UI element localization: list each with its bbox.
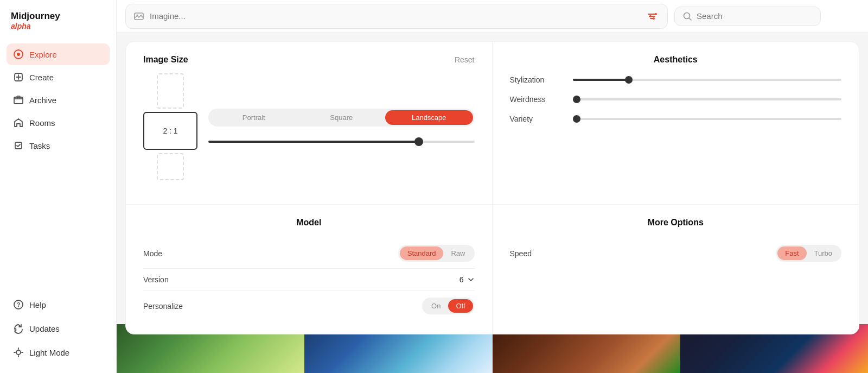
- size-visual: 2 : 1 Portrait Square Landscape: [143, 73, 475, 180]
- portrait-preview: [157, 73, 184, 109]
- personalize-toggle: On Off: [422, 298, 474, 314]
- imagine-icon: [133, 11, 144, 22]
- personalize-off-btn[interactable]: Off: [448, 299, 473, 313]
- help-icon: ?: [13, 299, 24, 310]
- mode-toggle: Standard Raw: [398, 245, 475, 262]
- reset-button[interactable]: Reset: [455, 55, 475, 64]
- app-name: Midjourney: [11, 11, 105, 22]
- explore-label: Explore: [29, 50, 57, 59]
- sidebar-bottom: ? Help Updates: [7, 294, 110, 364]
- logo: Midjourney alpha: [7, 9, 110, 33]
- search-input[interactable]: [697, 11, 813, 21]
- stylization-slider[interactable]: [573, 79, 842, 81]
- sidebar-item-create[interactable]: Create: [7, 66, 110, 88]
- svg-point-24: [684, 12, 690, 18]
- variety-slider[interactable]: [573, 118, 842, 120]
- size-slider[interactable]: [208, 141, 475, 143]
- sidebar-item-archive[interactable]: Archive: [7, 89, 110, 111]
- mode-row: Mode Standard Raw: [143, 238, 475, 269]
- model-section: Model Mode Standard Raw Version 6: [126, 205, 493, 334]
- turbo-speed-btn[interactable]: Turbo: [807, 246, 840, 260]
- archive-icon: [13, 94, 24, 105]
- raw-mode-btn[interactable]: Raw: [443, 246, 473, 260]
- speed-toggle: Fast Turbo: [776, 245, 841, 262]
- aesthetics-weirdness-row: Weirdness: [510, 95, 842, 104]
- landscape-tab[interactable]: Landscape: [385, 110, 473, 125]
- help-label: Help: [29, 300, 46, 309]
- sidebar-item-explore[interactable]: Explore: [7, 43, 110, 65]
- svg-point-21: [655, 13, 657, 15]
- settings-panel: Image Size Reset 2 : 1 Portrait: [125, 41, 859, 334]
- version-select[interactable]: 6: [459, 275, 475, 284]
- standard-mode-btn[interactable]: Standard: [400, 246, 444, 260]
- orientation-tabs: Portrait Square Landscape: [208, 109, 475, 127]
- landscape-preview: 2 : 1: [143, 112, 197, 150]
- svg-rect-5: [14, 97, 23, 104]
- more-options-section: More Options Speed Fast Turbo: [493, 205, 859, 334]
- more-options-title: More Options: [510, 218, 842, 227]
- portrait-tab[interactable]: Portrait: [210, 110, 298, 125]
- personalize-label: Personalize: [143, 302, 183, 311]
- square-preview: [157, 153, 184, 180]
- image-size-section: Image Size Reset 2 : 1 Portrait: [126, 42, 493, 205]
- light-mode-label: Light Mode: [29, 348, 69, 357]
- square-tab[interactable]: Square: [298, 110, 386, 125]
- sidebar-item-help[interactable]: ? Help: [7, 294, 110, 315]
- aesthetics-section: Aesthetics Stylization Weirdness Variety: [493, 42, 859, 205]
- speed-label: Speed: [510, 249, 532, 258]
- rooms-label: Rooms: [29, 118, 55, 128]
- variety-label: Variety: [510, 115, 564, 123]
- updates-icon: [13, 323, 24, 334]
- sidebar-item-updates[interactable]: Updates: [7, 318, 110, 339]
- topbar: [117, 0, 868, 33]
- aesthetics-title: Aesthetics: [510, 55, 842, 65]
- search-box[interactable]: [674, 7, 821, 26]
- svg-text:?: ?: [17, 301, 21, 308]
- archive-label: Archive: [29, 96, 56, 105]
- svg-point-22: [649, 15, 652, 17]
- tasks-label: Tasks: [29, 141, 50, 150]
- svg-line-25: [690, 18, 692, 20]
- version-label: Version: [143, 275, 169, 284]
- tasks-icon: [13, 140, 24, 151]
- image-size-title: Image Size: [143, 55, 188, 65]
- sidebar-item-tasks[interactable]: Tasks: [7, 135, 110, 156]
- aesthetics-stylization-row: Stylization: [510, 75, 842, 84]
- svg-point-23: [653, 17, 655, 20]
- sidebar: Midjourney alpha Explore Create: [0, 0, 117, 373]
- svg-point-1: [17, 53, 20, 56]
- version-row: Version 6: [143, 269, 475, 291]
- app-alpha: alpha: [11, 22, 105, 30]
- sidebar-item-rooms[interactable]: Rooms: [7, 112, 110, 134]
- filter-button[interactable]: [644, 9, 660, 24]
- updates-label: Updates: [29, 324, 60, 333]
- mode-label: Mode: [143, 249, 162, 258]
- personalize-row: Personalize On Off: [143, 291, 475, 321]
- fast-speed-btn[interactable]: Fast: [777, 246, 806, 260]
- content-area: Image Size Reset 2 : 1 Portrait: [117, 33, 868, 373]
- rooms-icon: [13, 117, 24, 128]
- chevron-down-icon: [467, 276, 475, 283]
- create-icon: [13, 72, 24, 83]
- stylization-label: Stylization: [510, 75, 564, 84]
- speed-row: Speed Fast Turbo: [510, 238, 842, 268]
- search-icon: [682, 11, 692, 21]
- explore-icon: [13, 49, 24, 60]
- svg-point-11: [16, 350, 21, 355]
- sidebar-item-light-mode[interactable]: Light Mode: [7, 342, 110, 363]
- main-content: Image Size Reset 2 : 1 Portrait: [117, 0, 868, 373]
- weirdness-label: Weirdness: [510, 95, 564, 104]
- aesthetics-variety-row: Variety: [510, 115, 842, 123]
- create-label: Create: [29, 73, 54, 82]
- personalize-on-btn[interactable]: On: [424, 299, 448, 313]
- imagine-input-container[interactable]: [125, 4, 668, 29]
- weirdness-slider[interactable]: [573, 98, 842, 100]
- light-mode-icon: [13, 347, 24, 358]
- imagine-input[interactable]: [150, 11, 639, 21]
- version-value: 6: [459, 275, 464, 284]
- model-title: Model: [143, 218, 475, 227]
